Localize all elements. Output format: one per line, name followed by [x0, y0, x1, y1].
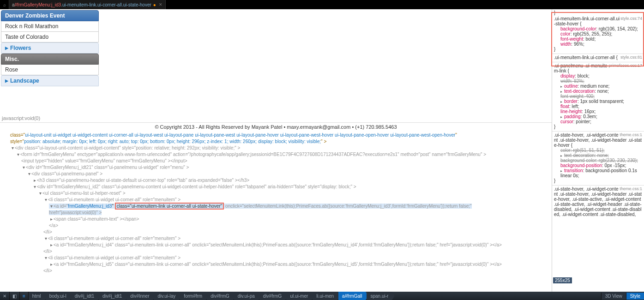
dom-node[interactable]: ▾<ul class="ui-menu-list ui-helper-reset… [5, 190, 552, 197]
breadcrumb-item[interactable]: html [29, 292, 45, 300]
css-rule[interactable]: primefaces.css:17 .ui-panelmenu .ui-menu… [552, 62, 644, 132]
devtools-bottombar: ✕ ◧ ≡ html body.ui-l div#j_idt1 div#j_id… [0, 292, 644, 300]
chevron-right-icon: ▶ [5, 78, 8, 83]
pm-item-rock[interactable]: Rock n Roll Marathon [1, 21, 99, 32]
breadcrumb-item[interactable]: form#frm [180, 292, 206, 300]
breadcrumb-item[interactable]: div.ui-pa [234, 292, 259, 300]
breadcrumb-item[interactable]: div#frmG [207, 292, 233, 300]
view-3d-button[interactable]: 3D View [601, 293, 626, 300]
pm-header-denver[interactable]: Denver Zombies Event [1, 10, 99, 21]
brace: } [554, 10, 555, 15]
rule-source[interactable]: theme.css:1 [620, 186, 642, 191]
breadcrumb-item[interactable]: div#Inner [126, 292, 153, 300]
dom-node[interactable]: ▾<li class="ui-menuitem ui-widget ui-cor… [5, 197, 552, 203]
pm-item-taste[interactable]: Taste of Colorado [1, 32, 99, 42]
pm-item-rose[interactable]: Rose [1, 65, 99, 75]
dom-node-selected[interactable]: ▾<a id="frmGalleryMenu:j_id3" class="ui-… [5, 203, 552, 210]
rule-source[interactable]: style.css:74 [620, 16, 642, 21]
dom-node[interactable]: </li> [5, 248, 552, 255]
dom-node[interactable]: ▾<div class="ui-panelmenu-panel" > [5, 171, 552, 177]
breadcrumb-item[interactable]: div#j_idt1 [99, 292, 126, 300]
dom-node[interactable]: </li> [5, 268, 552, 274]
page-footer: © Copyright 2013 - All Rights Reserved b… [0, 122, 552, 131]
dom-node[interactable]: ▾<form id="frmGalleryMenu" enctype="appl… [5, 151, 552, 158]
dom-node[interactable]: class="ui-layout-unit ui-widget ui-widge… [5, 132, 552, 138]
dom-node[interactable]: ▾<li class="ui-menuitem ui-widget ui-cor… [5, 235, 552, 242]
highlight-class-attr: class="ui-menuitem-link ui-corner-all ui… [115, 203, 224, 210]
inspect-icon[interactable]: ⌕ [0, 0, 9, 9]
dom-node[interactable]: </a> [5, 222, 552, 229]
dom-node[interactable]: </li> [5, 229, 552, 235]
rule-source[interactable]: theme.css:1 [620, 132, 642, 137]
browser-statusbar: javascript:void(0) [0, 114, 552, 122]
page-preview: Denver Zombies Event Rock n Roll Maratho… [0, 9, 552, 86]
dom-node[interactable]: ▾<div id="frmGalleryMenu:j_idt21" class=… [5, 164, 552, 171]
css-rule[interactable]: theme.css:1 .ui-state-hover, .ui-widget-… [552, 186, 644, 219]
css-rule[interactable]: style.css:74 .ui-menuitem-link.ui-corner… [552, 15, 644, 54]
rule-source[interactable]: style.css:81 [620, 55, 642, 60]
dock-side-button[interactable]: ◧ [10, 292, 20, 300]
pm-header-flowers[interactable]: ▶Flowers [1, 42, 99, 54]
dom-node[interactable]: <input type="hidden" value="frmGalleryMe… [5, 158, 552, 164]
dom-node[interactable]: ▸<a id="frmGalleryMenu:j_id5" class="ui-… [5, 261, 552, 268]
breadcrumb-item[interactable]: body.ui-l [46, 292, 70, 300]
dom-node[interactable]: href="javascript:void(0)" > [5, 210, 552, 216]
dom-node[interactable]: ▾<div class="ui-layout-unit-content ui-w… [5, 145, 552, 151]
breadcrumb-item[interactable]: ul.ui-mer [286, 292, 312, 300]
rule-source[interactable]: primefaces.css:17 [608, 63, 642, 68]
dom-node[interactable]: ▾<div id="frmGalleryMenu:j_id2" class="u… [5, 184, 552, 190]
breadcrumb-item[interactable]: div#frmG [259, 292, 286, 300]
pm-header-misc[interactable]: Misc. [1, 54, 99, 65]
css-rule[interactable]: theme.css:1 .ui-state-hover, .ui-widget-… [552, 132, 644, 186]
breadcrumb-item-active[interactable]: a#frmGall [338, 292, 366, 300]
styles-panel[interactable]: } style.css:74 .ui-menuitem-link.ui-corn… [552, 9, 644, 292]
dom-tree-panel[interactable]: class="ui-layout-unit ui-widget ui-widge… [0, 131, 552, 292]
panel-menu: Denver Zombies Event Rock n Roll Maratho… [1, 10, 99, 86]
breadcrumb-item[interactable]: li.ui-men [313, 292, 337, 300]
breadcrumb-item[interactable]: div.ui-lay [154, 292, 179, 300]
dom-node[interactable]: ▸<span class="ui-menuitem-text" ></span> [5, 216, 552, 222]
view-lines-button[interactable]: ≡ [20, 292, 29, 300]
close-icon[interactable]: ✕ [159, 2, 163, 7]
close-panel-button[interactable]: ✕ [0, 292, 10, 300]
css-rule[interactable]: style.css:81 .ui-menuitem-link.ui-corner… [552, 54, 644, 62]
view-style-button[interactable]: Style [626, 293, 644, 300]
devtools-tabbar: ⌕ a#frmGalleryMenu:j_id3.ui-menuitem-lin… [0, 0, 644, 9]
tab-modified-dot: ● [153, 2, 156, 7]
dom-node[interactable]: style="position: absolute; margin: 0px; … [5, 138, 552, 145]
devtools-tab[interactable]: a#frmGalleryMenu:j_id3.ui-menuitem-link.… [9, 0, 166, 9]
pm-header-landscape[interactable]: ▶Landscape [1, 75, 99, 86]
breadcrumb-item[interactable]: span.ui-r [367, 292, 392, 300]
dom-node[interactable]: ▸<a id="frmGalleryMenu:j_id4" class="ui-… [5, 242, 552, 248]
dimension-badge: 255x25 [553, 277, 572, 283]
breadcrumb-item[interactable]: div#j_idt1 [71, 292, 98, 300]
tab-selector-path: a#frmGalleryMenu:j_id3.ui-menuitem-link.… [12, 2, 151, 7]
chevron-right-icon: ▶ [5, 46, 8, 50]
dom-node[interactable]: ▾<li class="ui-menuitem ui-widget ui-cor… [5, 255, 552, 261]
dom-node[interactable]: ▸<h3 class="ui-panelmenu-header ui-state… [5, 177, 552, 184]
